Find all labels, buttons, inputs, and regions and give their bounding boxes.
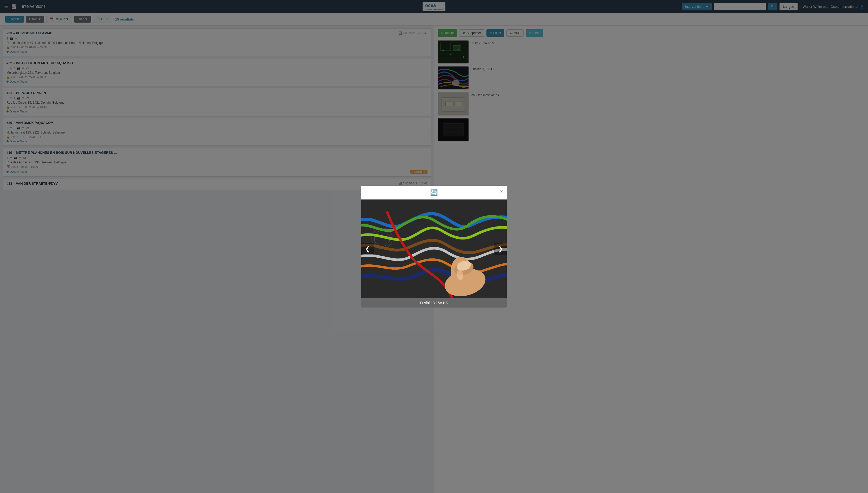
modal-header: 🔄 × (361, 186, 507, 199)
modal-image-svg (361, 199, 507, 298)
modal-overlay[interactable]: 🔄 × (0, 0, 868, 493)
modal-nav-left[interactable]: ❮ (361, 242, 374, 255)
refresh-icon: 🔄 (430, 189, 438, 196)
modal: 🔄 × (361, 186, 507, 307)
modal-image-container: ❮ ❯ (361, 199, 507, 298)
modal-close-button[interactable]: × (500, 188, 503, 194)
modal-nav-right[interactable]: ❯ (494, 242, 507, 255)
modal-caption: Fusible 3,15A HS (361, 298, 507, 307)
